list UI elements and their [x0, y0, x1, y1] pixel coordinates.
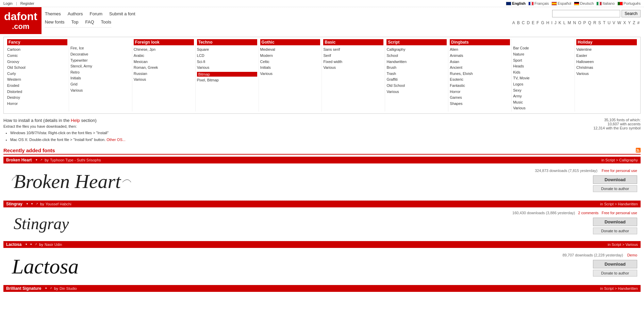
cat-animals[interactable]: Animals — [450, 53, 510, 59]
az-letter-q[interactable]: Q — [587, 20, 592, 26]
font-category-link[interactable]: Script > Calligraphy — [605, 158, 638, 162]
cat-fixed-width[interactable]: Fixed width — [323, 59, 383, 65]
cat-horror-ding[interactable]: Horror — [450, 89, 510, 95]
cat-various-foreign[interactable]: Various — [134, 77, 194, 83]
lang-italian[interactable]: Italiano — [596, 1, 614, 5]
font-name-brilliant[interactable]: Brilliant Signature — [6, 286, 41, 291]
other-os-link[interactable]: Other OS... — [106, 138, 126, 142]
font-name-broken-heart[interactable]: Broken Heart — [6, 158, 32, 162]
nav-faq[interactable]: FAQ — [85, 19, 94, 25]
cat-sport[interactable]: Sport — [513, 58, 573, 64]
download-button-stingray[interactable]: Download — [593, 218, 637, 226]
cat-initials-gothic[interactable]: Initials — [260, 65, 320, 71]
cat-sans-serif[interactable]: Sans serif — [323, 47, 383, 53]
cat-retro[interactable]: Retro — [70, 69, 131, 76]
cat-trash[interactable]: Trash — [386, 71, 447, 77]
cat-music[interactable]: Music — [513, 99, 573, 106]
cat-fire-ice[interactable]: Fire, Ice — [70, 45, 131, 51]
nav-submit[interactable]: Submit a font — [109, 11, 135, 16]
cat-fancy-header[interactable]: Fancy — [7, 39, 67, 45]
cat-typewriter[interactable]: Typewriter — [70, 58, 131, 64]
font-comments-stingray[interactable]: 2 comments — [578, 211, 598, 215]
az-letter-r[interactable]: R — [592, 20, 597, 26]
az-letter-v[interactable]: V — [612, 20, 616, 26]
cat-christmas[interactable]: Christmas — [576, 65, 637, 71]
cat-brush[interactable]: Brush — [386, 65, 447, 71]
rss-icon[interactable] — [636, 148, 641, 153]
az-letter-n[interactable]: N — [572, 20, 577, 26]
lang-english[interactable]: English — [506, 1, 526, 5]
az-letter-p[interactable]: P — [582, 20, 587, 26]
download-button-broken-heart[interactable]: Download — [593, 175, 637, 184]
cat-fantastic[interactable]: Fantastic — [450, 83, 510, 89]
cat-various-script[interactable]: Various — [386, 89, 447, 95]
cat-heads[interactable]: Heads — [513, 63, 573, 69]
cat-modern[interactable]: Modern — [260, 53, 320, 59]
cat-lcd[interactable]: LCD — [197, 53, 257, 59]
az-letter-e[interactable]: E — [531, 20, 535, 26]
cat-handwritten[interactable]: Handwritten — [386, 59, 447, 65]
cat-grid[interactable]: Grid — [70, 81, 131, 88]
cat-logos[interactable]: Logos — [513, 81, 573, 88]
az-letter-u[interactable]: U — [607, 20, 612, 26]
az-letter-b[interactable]: B — [516, 20, 521, 26]
font-author-broken-heart[interactable]: Typhoon Type - Suthi Srisophs — [50, 158, 101, 162]
cat-nature[interactable]: Nature — [513, 51, 573, 58]
cat-halloween[interactable]: Halloween — [576, 59, 637, 65]
cat-asian[interactable]: Asian — [450, 59, 510, 65]
donate-button-stingray[interactable]: Donate to author — [593, 227, 637, 234]
lang-german[interactable]: Deutsch — [574, 1, 594, 5]
download-button-lactosa[interactable]: Download — [593, 260, 637, 268]
az-letter-z[interactable]: Z — [632, 20, 636, 26]
cat-school[interactable]: School — [386, 53, 447, 59]
cat-army[interactable]: Army — [513, 93, 573, 99]
font-category-link-lactosa[interactable]: Script > Various — [612, 242, 638, 247]
cat-cartoon[interactable]: Cartoon — [7, 47, 67, 53]
cat-various-holiday[interactable]: Various — [576, 71, 637, 77]
cat-chinese-jpn[interactable]: Chinese, Jpn — [134, 47, 194, 53]
nav-tools[interactable]: Tools — [101, 19, 111, 25]
cat-valentine[interactable]: Valentine — [576, 47, 637, 53]
az-letter-l[interactable]: L — [562, 20, 567, 26]
az-letter-h[interactable]: H — [545, 20, 550, 26]
lang-spanish[interactable]: Español — [551, 1, 571, 5]
font-name-stingray[interactable]: Stingray — [6, 202, 22, 206]
cat-western[interactable]: Western — [7, 77, 67, 83]
az-letter-i[interactable]: I — [550, 20, 553, 26]
cat-arabic[interactable]: Arabic — [134, 53, 194, 59]
login-link[interactable]: Login — [3, 1, 13, 5]
donate-button-broken-heart[interactable]: Donate to author — [593, 185, 637, 192]
az-letter-g[interactable]: G — [540, 20, 545, 26]
az-letter-s[interactable]: S — [597, 20, 602, 26]
cat-medieval[interactable]: Medieval — [260, 47, 320, 53]
nav-top[interactable]: Top — [71, 19, 79, 25]
cat-sexy[interactable]: Sexy — [513, 88, 573, 94]
nav-newfonts[interactable]: New fonts — [45, 19, 65, 25]
az-letter-c[interactable]: C — [521, 20, 526, 26]
cat-graffiti[interactable]: Graffiti — [386, 77, 447, 83]
cat-oldschool-script[interactable]: Old School — [386, 83, 447, 89]
lang-french[interactable]: Français — [528, 1, 549, 5]
az-letter-a[interactable]: A — [511, 20, 516, 26]
cat-shapes[interactable]: Shapes — [450, 101, 510, 107]
cat-calligraphy[interactable]: Calligraphy — [386, 47, 447, 53]
nav-authors[interactable]: Authors — [68, 11, 83, 16]
cat-runes-elvish[interactable]: Runes, Elvish — [450, 71, 510, 77]
cat-comic[interactable]: Comic — [7, 53, 67, 59]
cat-destroy[interactable]: Destroy — [7, 95, 67, 101]
az-letter-w[interactable]: W — [616, 20, 622, 26]
nav-forum[interactable]: Forum — [90, 11, 103, 16]
cat-various-basic[interactable]: Various — [323, 65, 383, 71]
font-author-stingray[interactable]: Youssef Habchi — [46, 202, 71, 206]
search-input[interactable] — [552, 10, 620, 17]
donate-button-lactosa[interactable]: Donate to author — [593, 270, 637, 277]
cat-ancient[interactable]: Ancient — [450, 65, 510, 71]
az-letter-#[interactable]: # — [636, 20, 641, 26]
cat-initials[interactable]: Initials — [70, 75, 131, 81]
az-letter-f[interactable]: F — [535, 20, 540, 26]
font-name-lactosa[interactable]: Lactosa — [6, 242, 21, 247]
az-letter-t[interactable]: T — [602, 20, 607, 26]
cat-gothic-header[interactable]: Gothic — [260, 39, 320, 45]
search-button[interactable]: Search — [622, 10, 641, 17]
cat-script-header[interactable]: Script — [386, 39, 447, 45]
